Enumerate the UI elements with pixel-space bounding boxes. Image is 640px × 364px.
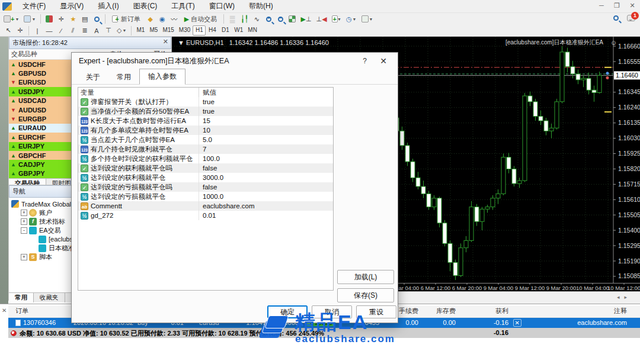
timeframe-m15[interactable]: M15	[160, 25, 176, 36]
collapse-icon[interactable]: -	[21, 227, 27, 234]
parameter-row[interactable]: ½达到设定的获利额就平仓3000.0	[78, 173, 333, 182]
parameter-value[interactable]: 10	[199, 127, 333, 134]
orders-column-swap[interactable]: 库存费	[436, 307, 456, 315]
parameter-value[interactable]: 5.0	[199, 136, 333, 143]
metaquotes-icon[interactable]: ◉	[157, 14, 168, 24]
tile-windows-icon[interactable]	[287, 14, 297, 24]
search-icon[interactable]	[613, 15, 619, 21]
parameter-value[interactable]: 0.01	[199, 212, 333, 219]
parameter-value[interactable]: 7	[199, 146, 333, 153]
terminal-toggle-icon[interactable]: ▤	[79, 14, 90, 24]
parameter-row[interactable]: ✓弹窗报警开关（默认打开）true	[78, 97, 333, 107]
dialog-help-button[interactable]: ?	[363, 57, 367, 65]
cursor-tool-icon[interactable]: ↖	[3, 25, 14, 36]
text-tool-icon[interactable]: A	[91, 25, 102, 36]
timeframe-h4[interactable]: H4	[206, 25, 219, 36]
parameter-row[interactable]: ½gd_2720.01	[78, 211, 333, 220]
new-order-button[interactable]: +新订单	[108, 14, 143, 24]
parameter-row[interactable]: ✓当净值小于余额的百分50暂停EAtrue	[78, 107, 333, 116]
menu-item[interactable]: 显示(V)	[53, 0, 91, 12]
notifications-icon[interactable]: 1	[627, 15, 635, 21]
parameter-row[interactable]: ½达到设定的亏损额就平仓1000.0	[78, 192, 333, 201]
vertical-line-tool-icon[interactable]: |	[32, 25, 43, 36]
navigator-toggle-icon[interactable]: ★	[68, 14, 78, 24]
load-button[interactable]: 加载(L)	[337, 270, 394, 284]
dialog-tab[interactable]: 输入参数	[139, 69, 185, 85]
strategy-tester-icon[interactable]	[91, 14, 102, 24]
parameter-row[interactable]: ½当点差大于几个点时暂停EA5.0	[78, 135, 333, 144]
menu-item[interactable]: 窗口(W)	[202, 0, 242, 12]
dialog-tab[interactable]: 常用	[108, 70, 139, 85]
timeframe-m30[interactable]: M30	[177, 25, 193, 36]
parameter-value[interactable]: 100.0	[199, 155, 333, 162]
expand-icon[interactable]: +	[21, 254, 27, 260]
dialog-tab[interactable]: 关于	[78, 70, 108, 85]
timeframe-h1[interactable]: H1	[193, 25, 206, 36]
market-watch-toggle-icon[interactable]	[44, 14, 55, 24]
menu-item[interactable]: 插入(I)	[91, 0, 126, 12]
timeframe-m5[interactable]: M5	[147, 25, 160, 36]
candlestick-mode-icon[interactable]: ╽╿	[239, 14, 250, 24]
timeframe-d1[interactable]: D1	[219, 25, 232, 36]
menu-item[interactable]: 文件(F)	[15, 0, 53, 12]
menu-item[interactable]: 图表(C)	[126, 0, 165, 12]
parameter-row[interactable]: 123K长度大于本点数时暂停运行EA15	[78, 116, 333, 125]
fibonacci-tool-icon[interactable]: ≣	[79, 25, 90, 36]
parameter-value[interactable]: true	[199, 98, 333, 105]
minimize-button[interactable]: ─	[597, 2, 606, 9]
navigator-tab[interactable]: 常用	[9, 293, 34, 302]
restore-button[interactable]: ❐	[613, 2, 621, 9]
close-order-icon[interactable]: ✕	[513, 319, 521, 327]
navigator-tab[interactable]: 收藏夹	[34, 293, 65, 302]
orders-column-commission[interactable]: 手续费	[399, 307, 418, 315]
parameter-value[interactable]: false	[199, 165, 333, 172]
menu-item[interactable]: 工具(T)	[164, 0, 201, 12]
parameter-value[interactable]: 15	[199, 117, 333, 124]
timeframe-w1[interactable]: W1	[232, 25, 245, 36]
expand-icon[interactable]: +	[21, 210, 27, 216]
parameter-row[interactable]: 123有几个持仓时见微利就平仓7	[78, 144, 333, 154]
terminal-close-icon[interactable]: ✕	[2, 307, 7, 314]
bar-chart-mode-icon[interactable]: 𝄛	[227, 14, 238, 24]
shapes-tool-icon[interactable]: ◇▼	[115, 25, 128, 36]
expand-icon[interactable]: +	[21, 218, 27, 225]
parameter-row[interactable]: 123有几个多单或空单持仓时暂停EA10	[78, 125, 333, 135]
zoom-in-icon[interactable]: +	[263, 14, 274, 24]
parameter-value[interactable]: eaclubshare.com	[199, 202, 333, 210]
periods-button[interactable]: ◷▼	[344, 14, 359, 24]
save-button[interactable]: 保存(S)	[337, 288, 394, 302]
indicators-button[interactable]: +▼	[330, 14, 343, 24]
signals-icon[interactable]: 〰	[169, 14, 180, 24]
new-chart-button[interactable]: +▼	[2, 14, 21, 24]
templates-button[interactable]: ▼	[360, 14, 375, 24]
line-chart-mode-icon[interactable]: ∿	[251, 14, 262, 24]
parameter-value[interactable]: false	[199, 183, 333, 191]
market-watch-close-icon[interactable]: ✕	[163, 38, 168, 46]
zoom-out-icon[interactable]: −	[275, 14, 286, 24]
horizontal-line-tool-icon[interactable]: —	[44, 25, 55, 36]
profiles-button[interactable]: ▼	[22, 14, 37, 24]
channel-tool-icon[interactable]: ⫽	[68, 25, 78, 36]
auto-scroll-icon[interactable]: ▶⊥	[299, 14, 313, 24]
parameter-row[interactable]: ½多个持仓时到设定的获利额就平仓100.0	[78, 154, 333, 163]
label-tool-icon[interactable]: ⊤	[103, 25, 114, 36]
crosshair-tool-icon[interactable]: ✛	[15, 25, 25, 36]
autotrading-button[interactable]: ▶自动交易	[181, 14, 220, 24]
orders-column-profit[interactable]: 获利	[495, 307, 508, 315]
metaeditor-icon[interactable]: ◆	[145, 14, 156, 24]
data-window-icon[interactable]: ✛	[56, 14, 66, 24]
orders-column-ticket[interactable]: 订单	[15, 307, 28, 315]
trendline-tool-icon[interactable]: ∕	[56, 25, 66, 36]
parameter-value[interactable]: true	[199, 108, 333, 115]
dialog-close-button[interactable]: ✕	[380, 56, 387, 66]
parameters-table[interactable]: 变量 赋值 ✓弹窗报警开关（默认打开）true✓当净值小于余额的百分50暂停EA…	[78, 87, 334, 291]
menu-item[interactable]: 帮助(H)	[242, 0, 280, 12]
timeframe-m1[interactable]: M1	[134, 25, 147, 36]
parameter-value[interactable]: 1000.0	[199, 193, 333, 200]
chart-shift-icon[interactable]: ⊥◀	[315, 14, 329, 24]
orders-column-comment[interactable]: 注释	[614, 307, 627, 315]
parameter-row[interactable]: abCommentteaclubshare.com	[78, 201, 333, 211]
chart-scroll-arrows[interactable]: ◂▸	[617, 294, 632, 300]
timeframe-mn[interactable]: MN	[245, 25, 260, 36]
parameter-row[interactable]: ✓达到设定的亏损额就平仓吗false	[78, 182, 333, 192]
